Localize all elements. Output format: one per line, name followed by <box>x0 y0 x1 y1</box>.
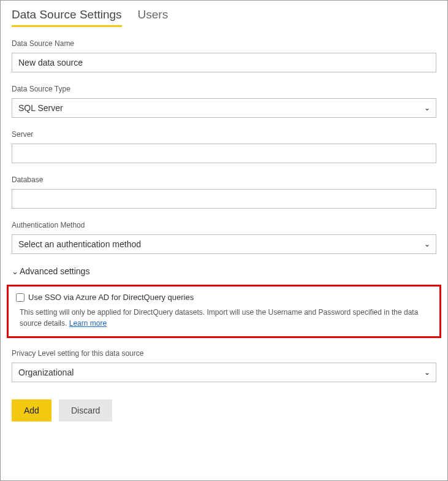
button-row: Add Discard <box>12 399 436 421</box>
sso-highlight-box: Use SSO via Azure AD for DirectQuery que… <box>7 285 441 338</box>
field-server: Server <box>12 130 436 163</box>
settings-panel: Data Source Settings Users Data Source N… <box>0 0 448 481</box>
tab-data-source-settings[interactable]: Data Source Settings <box>12 8 122 27</box>
add-button[interactable]: Add <box>12 399 51 421</box>
tab-bar: Data Source Settings Users <box>12 8 436 27</box>
tab-users[interactable]: Users <box>138 8 169 27</box>
advanced-settings-label: Advanced settings <box>20 266 89 276</box>
field-auth-method: Authentication Method Select an authenti… <box>12 221 436 254</box>
sso-help-text: This setting will only be applied for Di… <box>20 307 432 329</box>
select-privacy-level[interactable]: Organizational <box>12 363 436 382</box>
discard-button[interactable]: Discard <box>59 399 112 421</box>
label-auth-method: Authentication Method <box>12 221 436 229</box>
checkbox-sso-azure-ad[interactable] <box>16 293 25 302</box>
field-database: Database <box>12 175 436 209</box>
label-data-source-name: Data Source Name <box>12 39 436 48</box>
label-privacy-level: Privacy Level setting for this data sour… <box>12 349 436 358</box>
field-data-source-type: Data Source Type SQL Server ⌄ <box>12 85 436 118</box>
input-database[interactable] <box>12 189 436 209</box>
label-sso-azure-ad: Use SSO via Azure AD for DirectQuery que… <box>28 293 194 302</box>
advanced-settings-toggle[interactable]: ⌄ Advanced settings <box>12 266 436 276</box>
input-data-source-name[interactable] <box>12 53 436 72</box>
sso-checkbox-row: Use SSO via Azure AD for DirectQuery que… <box>16 293 432 302</box>
label-server: Server <box>12 130 436 139</box>
field-privacy-level: Privacy Level setting for this data sour… <box>12 349 436 382</box>
select-auth-method[interactable]: Select an authentication method <box>12 234 436 254</box>
select-data-source-type[interactable]: SQL Server <box>12 98 436 118</box>
label-data-source-type: Data Source Type <box>12 85 436 93</box>
input-server[interactable] <box>12 144 436 163</box>
label-database: Database <box>12 175 436 184</box>
field-data-source-name: Data Source Name <box>12 39 436 72</box>
chevron-down-icon: ⌄ <box>12 267 18 276</box>
learn-more-link[interactable]: Learn more <box>69 319 107 328</box>
